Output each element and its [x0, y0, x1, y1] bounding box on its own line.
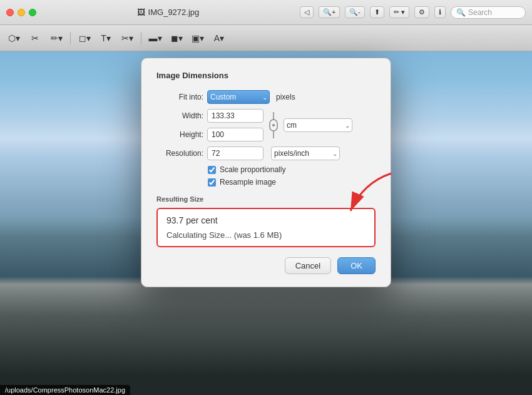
fit-into-label: Fit into: [156, 93, 203, 101]
minimize-button[interactable] [18, 9, 25, 16]
resolution-label: Resolution: [156, 149, 203, 158]
image-dimensions-dialog: Image Dimensions Fit into: Custom pixels… [141, 58, 391, 287]
resample-image-row: Resample image [208, 178, 376, 187]
crop-tool-button[interactable]: ✂ [26, 31, 44, 46]
file-icon: 🖼 [137, 8, 145, 17]
edit-button[interactable]: ✏ ▾ [389, 6, 409, 18]
fill-tool-button[interactable]: ▣▾ [189, 31, 207, 46]
titlebar: 🖼 IMG_9272.jpg ◁ 🔍+ 🔍- ⬆ ✏ ▾ ⚙ ℹ 🔍 Searc… [0, 0, 532, 25]
search-icon: 🔍 [456, 8, 466, 17]
height-label: Height: [156, 130, 203, 139]
share-icon: ⬆ [374, 8, 380, 16]
draw-tool-button[interactable]: ✏▾ [48, 31, 65, 46]
chain-link-icon [267, 111, 280, 140]
info-button[interactable]: ℹ [434, 6, 446, 18]
close-button[interactable] [6, 9, 14, 16]
share-button[interactable]: ⬆ [370, 6, 384, 18]
dialog-title: Image Dimensions [156, 71, 376, 80]
resulting-size-section-label: Resulting Size [156, 195, 376, 203]
zoom-in-button[interactable]: 🔍+ [319, 6, 340, 18]
pencil-icon: ✏ [394, 8, 399, 16]
unit-select-wrapper: cm [284, 118, 352, 132]
color-tool-button[interactable]: ▬▾ [146, 31, 164, 46]
tools-button[interactable]: ⚙ [414, 6, 429, 18]
wh-inputs: Width: Height: [156, 109, 263, 141]
search-box[interactable]: 🔍 Search [451, 6, 526, 19]
svg-point-1 [272, 124, 275, 126]
width-row: Width: [156, 109, 263, 123]
size-calculating: Calculating Size... (was 1.6 MB) [166, 230, 366, 240]
cancel-button[interactable]: Cancel [285, 257, 331, 274]
scale-proportionally-row: Scale proportionally [208, 165, 376, 174]
font-button[interactable]: A▾ [210, 31, 228, 46]
toolbar-divider [70, 32, 71, 44]
zoom-in-icon: 🔍+ [323, 8, 335, 16]
fit-into-select[interactable]: Custom [207, 90, 270, 104]
signature-tool-button[interactable]: ✂▾ [118, 31, 136, 46]
ok-button[interactable]: OK [337, 257, 376, 274]
chevron-left-icon: ◁ [304, 8, 309, 16]
text-tool-button[interactable]: T▾ [97, 31, 115, 46]
border-color-button[interactable]: ◼▾ [168, 31, 185, 46]
resulting-size-box: 93.7 per cent Calculating Size... (was 1… [156, 208, 376, 247]
zoom-button[interactable] [29, 9, 36, 16]
unit-select[interactable]: cm [284, 118, 352, 132]
shape-tool-button[interactable]: ◻▾ [76, 31, 93, 46]
resolution-row: Resolution: pixels/inch [156, 146, 376, 160]
info-icon: ℹ [439, 8, 441, 16]
scale-proportionally-checkbox[interactable] [208, 166, 216, 174]
width-input[interactable] [207, 109, 263, 123]
wh-group: Width: Height: cm [156, 109, 376, 141]
window-title: 🖼 IMG_9272.jpg [137, 8, 200, 17]
nav-back-button[interactable]: ◁ [300, 6, 314, 18]
toolbar-divider-2 [141, 32, 141, 44]
resolution-unit-wrapper: pixels/inch [271, 146, 340, 160]
titlebar-right: ◁ 🔍+ 🔍- ⬆ ✏ ▾ ⚙ ℹ 🔍 Search [300, 6, 526, 19]
url-text: /uploads/CompressPhotosonMac22.jpg [5, 386, 125, 394]
resolution-unit-select[interactable]: pixels/inch [271, 146, 340, 160]
fit-into-row: Fit into: Custom pixels [156, 90, 376, 104]
scale-proportionally-label: Scale proportionally [220, 165, 285, 174]
zoom-out-icon: 🔍- [349, 8, 361, 16]
height-row: Height: [156, 128, 263, 141]
zoom-out-button[interactable]: 🔍- [345, 6, 365, 18]
resample-image-label: Resample image [220, 178, 276, 187]
url-bar: /uploads/CompressPhotosonMac22.jpg [0, 385, 130, 395]
select-tool-button[interactable]: ⬡▾ [5, 31, 23, 46]
height-input[interactable] [207, 128, 263, 141]
chevron-down-icon: ▾ [401, 8, 405, 16]
width-label: Width: [156, 111, 203, 120]
traffic-lights [6, 9, 36, 16]
fit-into-select-wrapper: Custom [207, 90, 270, 104]
dialog-overlay: Image Dimensions Fit into: Custom pixels… [0, 51, 532, 395]
size-percentage: 93.7 per cent [166, 215, 366, 225]
tools-icon: ⚙ [419, 8, 425, 16]
secondary-toolbar: ⬡▾ ✂ ✏▾ ◻▾ T▾ ✂▾ ▬▾ ◼▾ ▣▾ A▾ [0, 25, 532, 51]
dialog-buttons: Cancel OK [156, 257, 376, 274]
pixels-label: pixels [276, 93, 295, 101]
resample-image-checkbox[interactable] [208, 178, 216, 187]
resolution-input[interactable] [207, 146, 263, 160]
